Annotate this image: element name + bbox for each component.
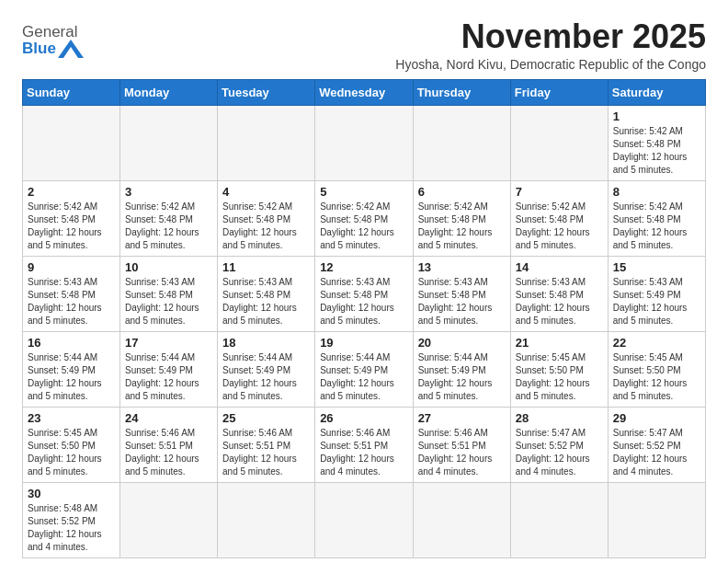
day-info: Sunrise: 5:43 AM Sunset: 5:48 PM Dayligh…	[125, 276, 212, 327]
calendar-cell-3-4: 12Sunrise: 5:43 AM Sunset: 5:48 PM Dayli…	[315, 256, 413, 331]
calendar-header-friday: Friday	[510, 79, 608, 105]
calendar-week-row-5: 23Sunrise: 5:45 AM Sunset: 5:50 PM Dayli…	[23, 407, 706, 482]
day-number: 4	[222, 185, 310, 199]
calendar-cell-4-3: 18Sunrise: 5:44 AM Sunset: 5:49 PM Dayli…	[218, 331, 315, 407]
calendar-cell-6-5	[413, 482, 510, 557]
day-number: 6	[418, 185, 506, 199]
calendar-cell-3-1: 9Sunrise: 5:43 AM Sunset: 5:48 PM Daylig…	[23, 256, 120, 331]
calendar-cell-5-4: 26Sunrise: 5:46 AM Sunset: 5:51 PM Dayli…	[315, 407, 413, 482]
calendar-cell-1-1	[23, 105, 120, 180]
day-info: Sunrise: 5:42 AM Sunset: 5:48 PM Dayligh…	[516, 201, 603, 252]
logo-text: General Blue	[22, 24, 84, 58]
calendar-cell-4-2: 17Sunrise: 5:44 AM Sunset: 5:49 PM Dayli…	[120, 331, 218, 407]
day-info: Sunrise: 5:43 AM Sunset: 5:48 PM Dayligh…	[516, 276, 603, 327]
day-info: Sunrise: 5:46 AM Sunset: 5:51 PM Dayligh…	[418, 427, 506, 478]
day-number: 11	[222, 260, 310, 274]
calendar-cell-4-4: 19Sunrise: 5:44 AM Sunset: 5:49 PM Dayli…	[315, 331, 413, 407]
day-number: 2	[28, 185, 115, 199]
calendar-cell-2-5: 6Sunrise: 5:42 AM Sunset: 5:48 PM Daylig…	[413, 180, 510, 256]
calendar-cell-3-7: 15Sunrise: 5:43 AM Sunset: 5:49 PM Dayli…	[608, 256, 705, 331]
calendar-header-tuesday: Tuesday	[218, 79, 315, 105]
day-number: 27	[418, 411, 506, 425]
day-info: Sunrise: 5:48 AM Sunset: 5:52 PM Dayligh…	[28, 502, 115, 554]
day-number: 16	[28, 336, 115, 350]
calendar-cell-4-1: 16Sunrise: 5:44 AM Sunset: 5:49 PM Dayli…	[23, 331, 120, 407]
calendar-cell-6-3	[218, 482, 315, 557]
calendar-cell-3-6: 14Sunrise: 5:43 AM Sunset: 5:48 PM Dayli…	[510, 256, 608, 331]
day-number: 12	[320, 260, 407, 274]
subtitle: Hyosha, Nord Kivu, Democratic Republic o…	[395, 57, 706, 72]
calendar-cell-5-7: 29Sunrise: 5:47 AM Sunset: 5:52 PM Dayli…	[608, 407, 705, 482]
calendar-week-row-2: 2Sunrise: 5:42 AM Sunset: 5:48 PM Daylig…	[23, 180, 706, 256]
calendar-cell-4-7: 22Sunrise: 5:45 AM Sunset: 5:50 PM Dayli…	[608, 331, 705, 407]
day-number: 28	[516, 411, 603, 425]
calendar-cell-1-3	[218, 105, 315, 180]
day-number: 29	[613, 411, 700, 425]
calendar-cell-1-4	[315, 105, 413, 180]
logo-blue: Blue	[22, 40, 56, 58]
calendar-cell-2-4: 5Sunrise: 5:42 AM Sunset: 5:48 PM Daylig…	[315, 180, 413, 256]
calendar-header-saturday: Saturday	[608, 79, 705, 105]
day-info: Sunrise: 5:44 AM Sunset: 5:49 PM Dayligh…	[418, 351, 506, 403]
day-info: Sunrise: 5:43 AM Sunset: 5:48 PM Dayligh…	[418, 276, 506, 327]
calendar-cell-3-5: 13Sunrise: 5:43 AM Sunset: 5:48 PM Dayli…	[413, 256, 510, 331]
day-info: Sunrise: 5:45 AM Sunset: 5:50 PM Dayligh…	[516, 351, 603, 403]
calendar-cell-5-1: 23Sunrise: 5:45 AM Sunset: 5:50 PM Dayli…	[23, 407, 120, 482]
day-number: 15	[613, 260, 700, 274]
calendar-week-row-3: 9Sunrise: 5:43 AM Sunset: 5:48 PM Daylig…	[23, 256, 706, 331]
logo-icon	[58, 40, 84, 58]
day-info: Sunrise: 5:44 AM Sunset: 5:49 PM Dayligh…	[28, 351, 115, 403]
calendar-cell-4-6: 21Sunrise: 5:45 AM Sunset: 5:50 PM Dayli…	[510, 331, 608, 407]
calendar-cell-5-3: 25Sunrise: 5:46 AM Sunset: 5:51 PM Dayli…	[218, 407, 315, 482]
day-number: 1	[613, 109, 700, 123]
header: General Blue November 2025 Hyosha, Nord …	[22, 18, 706, 72]
calendar-week-row-6: 30Sunrise: 5:48 AM Sunset: 5:52 PM Dayli…	[23, 482, 706, 557]
day-info: Sunrise: 5:45 AM Sunset: 5:50 PM Dayligh…	[613, 351, 700, 403]
calendar-cell-2-6: 7Sunrise: 5:42 AM Sunset: 5:48 PM Daylig…	[510, 180, 608, 256]
calendar-header-monday: Monday	[120, 79, 218, 105]
calendar-cell-5-6: 28Sunrise: 5:47 AM Sunset: 5:52 PM Dayli…	[510, 407, 608, 482]
day-info: Sunrise: 5:45 AM Sunset: 5:50 PM Dayligh…	[28, 427, 115, 478]
day-number: 13	[418, 260, 506, 274]
day-number: 25	[222, 411, 310, 425]
day-number: 17	[125, 336, 212, 350]
day-number: 7	[516, 185, 603, 199]
day-info: Sunrise: 5:46 AM Sunset: 5:51 PM Dayligh…	[320, 427, 407, 478]
day-number: 3	[125, 185, 212, 199]
day-number: 26	[320, 411, 407, 425]
calendar-cell-5-2: 24Sunrise: 5:46 AM Sunset: 5:51 PM Dayli…	[120, 407, 218, 482]
month-title: November 2025	[395, 18, 706, 55]
calendar-cell-2-2: 3Sunrise: 5:42 AM Sunset: 5:48 PM Daylig…	[120, 180, 218, 256]
day-number: 8	[613, 185, 700, 199]
day-info: Sunrise: 5:42 AM Sunset: 5:48 PM Dayligh…	[418, 201, 506, 252]
calendar-header-thursday: Thursday	[413, 79, 510, 105]
day-info: Sunrise: 5:42 AM Sunset: 5:48 PM Dayligh…	[222, 201, 310, 252]
calendar-cell-2-7: 8Sunrise: 5:42 AM Sunset: 5:48 PM Daylig…	[608, 180, 705, 256]
day-info: Sunrise: 5:42 AM Sunset: 5:48 PM Dayligh…	[320, 201, 407, 252]
day-number: 30	[28, 487, 115, 500]
day-info: Sunrise: 5:43 AM Sunset: 5:48 PM Dayligh…	[320, 276, 407, 327]
day-info: Sunrise: 5:47 AM Sunset: 5:52 PM Dayligh…	[516, 427, 603, 478]
calendar-cell-6-2	[120, 482, 218, 557]
day-info: Sunrise: 5:43 AM Sunset: 5:48 PM Dayligh…	[222, 276, 310, 327]
day-number: 9	[28, 260, 115, 274]
day-info: Sunrise: 5:42 AM Sunset: 5:48 PM Dayligh…	[613, 125, 700, 177]
day-info: Sunrise: 5:44 AM Sunset: 5:49 PM Dayligh…	[125, 351, 212, 403]
calendar-cell-6-7	[608, 482, 705, 557]
calendar-cell-6-1: 30Sunrise: 5:48 AM Sunset: 5:52 PM Dayli…	[23, 482, 120, 557]
logo: General Blue	[22, 24, 84, 58]
calendar-header-row: SundayMondayTuesdayWednesdayThursdayFrid…	[23, 79, 706, 105]
day-info: Sunrise: 5:47 AM Sunset: 5:52 PM Dayligh…	[613, 427, 700, 478]
calendar-header-sunday: Sunday	[23, 79, 120, 105]
calendar-cell-4-5: 20Sunrise: 5:44 AM Sunset: 5:49 PM Dayli…	[413, 331, 510, 407]
day-number: 5	[320, 185, 407, 199]
calendar-cell-1-6	[510, 105, 608, 180]
title-block: November 2025 Hyosha, Nord Kivu, Democra…	[395, 18, 706, 72]
calendar-cell-1-7: 1Sunrise: 5:42 AM Sunset: 5:48 PM Daylig…	[608, 105, 705, 180]
calendar-cell-6-4	[315, 482, 413, 557]
day-info: Sunrise: 5:42 AM Sunset: 5:48 PM Dayligh…	[28, 201, 115, 252]
day-info: Sunrise: 5:43 AM Sunset: 5:48 PM Dayligh…	[28, 276, 115, 327]
day-number: 18	[222, 336, 310, 350]
day-info: Sunrise: 5:43 AM Sunset: 5:49 PM Dayligh…	[613, 276, 700, 327]
day-number: 20	[418, 336, 506, 350]
